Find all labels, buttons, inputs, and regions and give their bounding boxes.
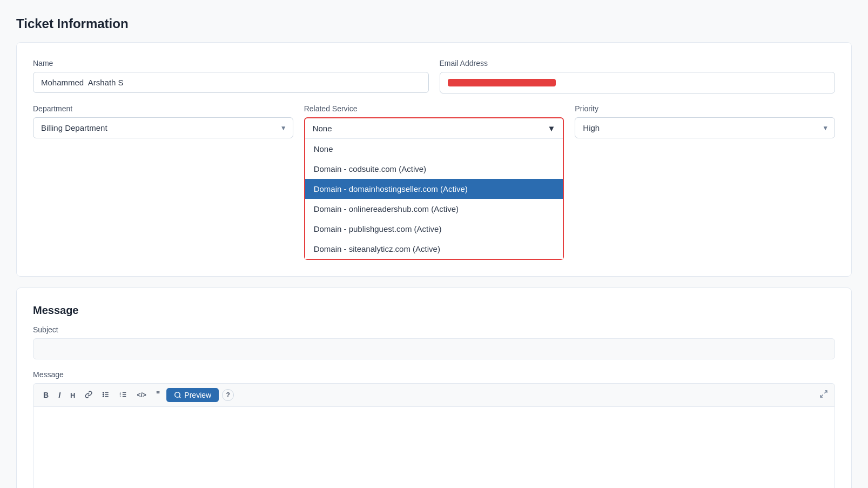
- message-label: Message: [33, 370, 835, 379]
- preview-label: Preview: [184, 391, 211, 399]
- link-button[interactable]: [82, 389, 96, 402]
- department-select-wrapper: Billing Department ▼: [33, 117, 293, 138]
- help-button[interactable]: ?: [222, 389, 234, 401]
- ordered-list-button[interactable]: 123: [116, 389, 130, 402]
- bold-button[interactable]: B: [40, 389, 52, 402]
- department-select[interactable]: Billing Department: [33, 117, 293, 138]
- dropdown-item-domainhostingseller[interactable]: Domain - domainhostingseller.com (Active…: [305, 179, 563, 199]
- related-service-label: Related Service: [304, 104, 564, 113]
- message-editor-body[interactable]: [33, 407, 835, 488]
- svg-line-15: [820, 395, 823, 397]
- bullet-list-button[interactable]: [99, 389, 113, 402]
- message-group: Message B I H 123 </> " Preview ?: [33, 370, 835, 488]
- related-service-dropdown: None Domain - codsuite.com (Active) Doma…: [305, 138, 563, 259]
- quote-button[interactable]: ": [153, 388, 164, 402]
- related-service-arrow-icon: ▼: [547, 124, 555, 133]
- svg-point-3: [103, 392, 104, 393]
- name-group: Name: [33, 59, 429, 93]
- email-input-wrapper: [440, 72, 836, 93]
- svg-text:3: 3: [120, 395, 122, 397]
- dropdown-item-publishguest[interactable]: Domain - publishguest.com (Active): [305, 219, 563, 239]
- svg-point-4: [103, 394, 104, 395]
- page-title: Ticket Information: [16, 16, 852, 31]
- fullscreen-button[interactable]: [819, 390, 828, 400]
- name-email-row: Name Email Address: [33, 59, 835, 93]
- email-redacted: [448, 79, 556, 86]
- subject-group: Subject: [33, 325, 835, 359]
- email-group: Email Address: [440, 59, 836, 93]
- department-label: Department: [33, 104, 293, 113]
- preview-button[interactable]: Preview: [166, 388, 219, 402]
- dropdown-item-onlinereadershub[interactable]: Domain - onlinereadershub.com (Active): [305, 199, 563, 219]
- subject-input[interactable]: [33, 338, 835, 359]
- department-group: Department Billing Department ▼: [33, 104, 293, 260]
- dropdown-item-none[interactable]: None: [305, 139, 563, 159]
- italic-button[interactable]: I: [55, 389, 64, 402]
- code-button[interactable]: </>: [133, 389, 149, 401]
- related-service-container[interactable]: None ▼ None Domain - codsuite.com (Activ…: [304, 117, 564, 260]
- related-service-trigger[interactable]: None ▼: [305, 118, 563, 138]
- name-label: Name: [33, 59, 429, 68]
- priority-select-wrapper: High Medium Low ▼: [575, 117, 835, 138]
- priority-label: Priority: [575, 104, 835, 113]
- ticket-info-card: Name Email Address Department Billing De…: [16, 42, 852, 277]
- heading-button[interactable]: H: [67, 389, 78, 402]
- svg-point-12: [175, 392, 180, 397]
- related-service-group: Related Service None ▼ None Domain - cod…: [304, 104, 564, 260]
- message-card: Message Subject Message B I H 123 </> ": [16, 288, 852, 488]
- dept-service-priority-row: Department Billing Department ▼ Related …: [33, 104, 835, 260]
- priority-group: Priority High Medium Low ▼: [575, 104, 835, 260]
- dropdown-item-siteanalyticz[interactable]: Domain - siteanalyticz.com (Active): [305, 239, 563, 259]
- message-section-title: Message: [33, 304, 835, 317]
- editor-toolbar: B I H 123 </> " Preview ?: [33, 383, 835, 407]
- svg-point-5: [103, 396, 104, 397]
- dropdown-item-codsuite[interactable]: Domain - codsuite.com (Active): [305, 159, 563, 179]
- svg-line-13: [179, 397, 181, 398]
- name-input[interactable]: [33, 72, 429, 93]
- priority-select[interactable]: High Medium Low: [575, 117, 835, 138]
- subject-label: Subject: [33, 325, 835, 334]
- email-label: Email Address: [440, 59, 836, 68]
- related-service-value: None: [313, 124, 332, 133]
- svg-line-14: [824, 391, 827, 393]
